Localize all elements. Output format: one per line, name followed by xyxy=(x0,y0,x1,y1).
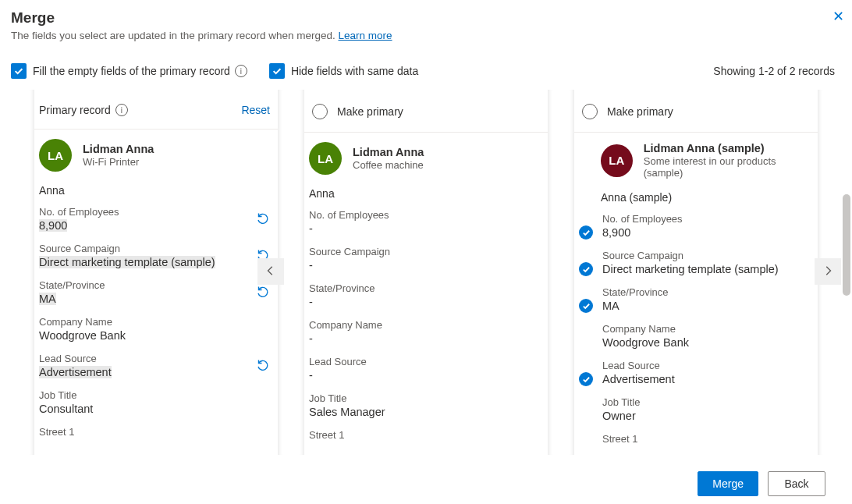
info-icon: i xyxy=(235,65,247,77)
record-topic: Wi-Fi Printer xyxy=(83,156,154,168)
field-row: Source CampaignDirect marketing template… xyxy=(39,243,273,268)
field-label: Street 1 xyxy=(309,429,543,441)
field-row: No. of Employees8,900 xyxy=(601,213,813,239)
field-row: Street 1 xyxy=(601,433,813,445)
previous-record-button[interactable] xyxy=(257,258,284,285)
field-row: Company NameWoodgrove Bank xyxy=(39,316,273,342)
field-value: Owner xyxy=(602,410,813,422)
field-value: Consultant xyxy=(39,403,273,415)
field-row: Source CampaignDirect marketing template… xyxy=(601,250,813,275)
undo-button[interactable] xyxy=(253,209,273,229)
first-name-value: Anna xyxy=(304,186,548,209)
field-value[interactable]: MA xyxy=(39,293,273,305)
first-name-value: Anna xyxy=(34,183,278,206)
undo-icon xyxy=(255,357,271,375)
field-value[interactable]: Advertisement xyxy=(602,373,813,385)
field-label: Job Title xyxy=(39,389,273,401)
selected-check-icon xyxy=(579,262,593,276)
field-label: State/Province xyxy=(39,279,273,291)
field-label: Company Name xyxy=(309,319,543,331)
make-primary-radio[interactable] xyxy=(312,104,328,119)
checkmark-icon xyxy=(11,63,27,79)
fill-empty-checkbox[interactable]: Fill the empty fields of the primary rec… xyxy=(11,63,247,79)
undo-button[interactable] xyxy=(253,282,273,303)
record-name: Lidman Anna (sample) xyxy=(644,142,813,154)
chevron-left-icon xyxy=(265,265,276,279)
selected-check-icon xyxy=(579,225,593,240)
make-primary-label[interactable]: Make primary xyxy=(337,105,403,118)
field-label: No. of Employees xyxy=(39,206,273,218)
merge-button[interactable]: Merge xyxy=(698,471,758,496)
field-label: Company Name xyxy=(602,323,813,335)
primary-record-card: Primary recordiResetLALidman AnnaWi-Fi P… xyxy=(34,90,278,455)
field-label: State/Province xyxy=(602,286,813,298)
record-name: Lidman Anna xyxy=(83,143,154,155)
field-value[interactable]: 8,900 xyxy=(39,219,273,232)
field-row: No. of Employees8,900 xyxy=(39,206,273,232)
field-value: Woodgrove Bank xyxy=(39,329,273,342)
record-topic: Coffee machine xyxy=(353,159,424,171)
field-row: Job TitleOwner xyxy=(601,396,813,422)
undo-icon xyxy=(255,211,271,229)
close-icon: ✕ xyxy=(832,9,844,24)
field-value[interactable]: Advertisement xyxy=(39,366,273,378)
field-value: - xyxy=(309,332,543,345)
make-primary-label[interactable]: Make primary xyxy=(607,105,673,118)
field-value: Woodgrove Bank xyxy=(602,336,813,349)
reset-link[interactable]: Reset xyxy=(241,104,270,116)
field-row: State/ProvinceMA xyxy=(601,286,813,312)
field-row: Job TitleConsultant xyxy=(39,389,273,415)
candidate-record-card: Make primaryLALidman AnnaCoffee machineA… xyxy=(304,90,548,455)
dialog-subtitle: The fields you select are updated in the… xyxy=(11,30,841,41)
undo-button[interactable] xyxy=(253,356,273,376)
make-primary-radio[interactable] xyxy=(582,104,598,119)
field-label: Source Campaign xyxy=(602,250,813,261)
field-label: Street 1 xyxy=(39,426,273,438)
info-icon: i xyxy=(115,104,128,116)
next-record-button[interactable] xyxy=(815,258,841,285)
undo-icon xyxy=(255,284,271,302)
field-label: Lead Source xyxy=(39,353,273,364)
first-name-value: Anna (sample) xyxy=(596,190,818,213)
avatar: LA xyxy=(309,142,342,175)
field-row: State/ProvinceMA xyxy=(39,279,273,305)
field-row: State/Province- xyxy=(309,282,543,308)
field-row: Company NameWoodgrove Bank xyxy=(601,323,813,349)
field-value[interactable]: Direct marketing template (sample) xyxy=(39,256,273,268)
field-value: - xyxy=(309,222,543,235)
record-name: Lidman Anna xyxy=(353,146,424,158)
close-button[interactable]: ✕ xyxy=(832,8,844,25)
field-value[interactable]: 8,900 xyxy=(602,226,813,239)
back-button[interactable]: Back xyxy=(768,471,825,496)
field-row: Lead SourceAdvertisement xyxy=(601,360,813,385)
field-row: Street 1 xyxy=(309,429,543,441)
learn-more-link[interactable]: Learn more xyxy=(338,30,392,41)
field-label: Job Title xyxy=(602,396,813,408)
field-row: Company Name- xyxy=(309,319,543,345)
field-value[interactable]: Direct marketing template (sample) xyxy=(602,263,813,275)
scrollbar[interactable] xyxy=(843,194,850,296)
record-topic: Some interest in our products (sample) xyxy=(644,155,813,179)
field-row: No. of Employees- xyxy=(309,209,543,235)
field-label: State/Province xyxy=(309,282,543,294)
field-label: Company Name xyxy=(39,316,273,328)
field-row: Source Campaign- xyxy=(309,246,543,272)
field-row: Lead SourceAdvertisement xyxy=(39,353,273,378)
field-row: Lead Source- xyxy=(309,356,543,382)
field-label: No. of Employees xyxy=(309,209,543,221)
record-count: Showing 1-2 of 2 records xyxy=(713,65,835,77)
field-label: Job Title xyxy=(309,392,543,404)
field-value: - xyxy=(309,259,543,272)
primary-record-label: Primary record xyxy=(39,104,111,116)
field-label: Source Campaign xyxy=(309,246,543,257)
field-label: Source Campaign xyxy=(39,243,273,254)
avatar: LA xyxy=(39,139,72,172)
selected-check-icon xyxy=(579,299,593,313)
field-label: Street 1 xyxy=(602,433,813,445)
hide-same-checkbox[interactable]: Hide fields with same data xyxy=(269,63,418,79)
field-value[interactable]: MA xyxy=(602,300,813,312)
chevron-right-icon xyxy=(822,265,833,279)
candidate-record-card: Make primaryLALidman Anna (sample)Some i… xyxy=(574,90,818,455)
field-value: Sales Manager xyxy=(309,406,543,418)
checkmark-icon xyxy=(269,63,285,79)
